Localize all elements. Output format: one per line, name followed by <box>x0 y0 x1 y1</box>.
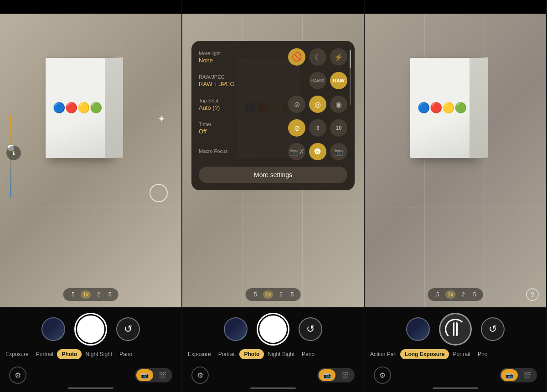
home-indicator-3 <box>433 387 478 389</box>
setting-icons-raw: RAW✗ RAW <box>309 72 347 89</box>
phone-panel-1: 🔵🔴🟡🟢 🌡 ✦ .5 1x 2 5 <box>0 0 182 392</box>
topshot-auto-btn[interactable]: ◎ <box>309 96 326 113</box>
product-box-side-3 <box>470 57 488 158</box>
mode-tab-exposure-1[interactable]: Exposure <box>2 349 32 359</box>
focus-circle-1 <box>150 184 168 202</box>
video-mode-btn-2[interactable]: 🎬 <box>336 369 353 381</box>
settings-icon-3[interactable]: ⚙ <box>374 367 391 384</box>
camera-buttons-row-2: ↺ <box>182 313 364 346</box>
setting-row-light: More light None 🚫 ☾ ⚡ <box>199 48 347 66</box>
mode-tab-longexposure-3[interactable]: Long Exposure <box>400 349 449 359</box>
mode-tab-actionpan-3[interactable]: Action Pan <box>366 349 400 359</box>
setting-icons-light: 🚫 ☾ ⚡ <box>288 48 347 66</box>
camera-viewfinder-2: 🔵🔴🟡🟢 More light None 🚫 ☾ ⚡ <box>182 14 364 307</box>
macro-on-btn[interactable]: 📷 <box>330 143 347 160</box>
flip-camera-button-1[interactable]: ↺ <box>116 317 140 341</box>
setting-value-raw: RAW + JPEG <box>199 81 235 87</box>
settings-icon-1[interactable]: ⚙ <box>9 367 26 384</box>
setting-row-topshot: Top Shot Auto (?) ⊘ ◎ ◉ <box>199 96 347 113</box>
zoom-bar-2: .5 1x 2 5 <box>246 288 301 301</box>
setting-label-text-light: More light <box>199 51 221 56</box>
mode-tab-photo-2[interactable]: Photo <box>239 349 264 359</box>
popup-scrollbar <box>350 50 351 105</box>
popup-scrollbar-thumb <box>350 50 351 68</box>
timer-3s-btn[interactable]: 3 <box>309 119 326 137</box>
setting-value-timer: Off <box>199 128 212 135</box>
setting-value-light: None <box>199 57 221 64</box>
zoom-1x-1[interactable]: 1x <box>81 290 91 299</box>
zoom-05-2[interactable]: .5 <box>250 290 259 299</box>
camera-viewfinder-3: 🔵🔴🟡🟢 ? .5 1x 2 5 <box>365 14 546 307</box>
home-indicator-1 <box>68 387 114 389</box>
setting-icons-timer: ⊘ 3 10 <box>288 119 347 137</box>
mode-tab-portrait-2[interactable]: Portrait <box>215 349 240 359</box>
raw-on-btn[interactable]: RAW <box>330 72 347 89</box>
brightness-icon-1[interactable]: ✦ <box>153 111 170 127</box>
thumbnail-preview-2[interactable] <box>224 317 248 341</box>
flip-camera-button-2[interactable]: ↺ <box>299 317 322 341</box>
zoom-05-3[interactable]: .5 <box>433 290 442 299</box>
photo-mode-btn-2[interactable]: 📷 <box>319 369 335 381</box>
mode-tab-portrait-3[interactable]: Portrait <box>449 349 474 359</box>
setting-row-raw: RAW/JPEG RAW + JPEG RAW✗ RAW <box>199 72 347 89</box>
thumbnail-preview-3[interactable] <box>406 317 430 341</box>
topshot-manual-btn[interactable]: ◉ <box>330 96 347 113</box>
zoom-2-2[interactable]: 2 <box>277 290 285 299</box>
setting-icons-macro: 📷✗ 🅐 📷 <box>288 143 347 160</box>
setting-row-macro: Macro Focus 📷✗ 🅐 📷 <box>199 143 347 160</box>
settings-row-3: ⚙ 📷 🎬 <box>365 364 546 387</box>
mode-tab-exposure-2[interactable]: Exposure <box>184 349 215 359</box>
mode-tab-nightsight-1[interactable]: Night Sight <box>82 349 116 359</box>
zoom-1x-3[interactable]: 1x <box>445 290 456 299</box>
camera-viewfinder-1: 🔵🔴🟡🟢 🌡 ✦ .5 1x 2 5 <box>0 14 181 307</box>
photo-mode-btn-3[interactable]: 📷 <box>501 369 518 381</box>
home-indicator-2 <box>250 387 296 389</box>
zoom-2-1[interactable]: 2 <box>95 290 103 299</box>
media-toggle-1: 📷 🎬 <box>135 368 172 382</box>
video-mode-btn-1[interactable]: 🎬 <box>154 369 171 381</box>
topshot-off-btn[interactable]: ⊘ <box>288 96 305 113</box>
light-moon-btn[interactable]: ☾ <box>309 48 326 66</box>
flip-camera-button-3[interactable]: ↺ <box>481 317 505 341</box>
zoom-05-1[interactable]: .5 <box>68 290 77 299</box>
mode-tabs-1: Exposure Portrait Photo Night Sight Pano <box>0 349 181 359</box>
zoom-5-2[interactable]: 5 <box>289 290 296 299</box>
setting-label-timer: Timer Off <box>199 122 212 135</box>
macro-off-btn[interactable]: 📷✗ <box>288 143 305 160</box>
shutter-button-1[interactable] <box>74 313 107 346</box>
phone-panel-3: 🔵🔴🟡🟢 ? .5 1x 2 5 ↺ <box>365 0 547 392</box>
shutter-button-2[interactable] <box>257 313 289 346</box>
setting-label-macro: Macro Focus <box>199 148 228 155</box>
setting-label-text-topshot: Top Shot <box>199 98 220 103</box>
more-settings-button[interactable]: More settings <box>199 167 347 183</box>
mode-tab-pano-2[interactable]: Pano <box>298 349 318 359</box>
zoom-bar-3: .5 1x 2 5 <box>428 288 483 301</box>
light-none-btn[interactable]: 🚫 <box>288 48 305 66</box>
light-flash-btn[interactable]: ⚡ <box>330 48 347 66</box>
mode-tab-photo-3[interactable]: Pho <box>474 349 491 359</box>
settings-icon-2[interactable]: ⚙ <box>191 367 209 384</box>
zoom-2-3[interactable]: 2 <box>459 290 467 299</box>
thumbnail-preview-1[interactable] <box>41 317 65 341</box>
zoom-1x-2[interactable]: 1x <box>263 290 274 299</box>
media-toggle-3: 📷 🎬 <box>500 368 537 382</box>
mode-tab-nightsight-2[interactable]: Night Sight <box>264 349 298 359</box>
mode-tab-photo-1[interactable]: Photo <box>57 349 82 359</box>
mode-tab-pano-1[interactable]: Pano <box>116 349 136 359</box>
timer-off-btn[interactable]: ⊘ <box>288 119 305 137</box>
timer-10s-btn[interactable]: 10 <box>330 119 347 137</box>
shutter-button-3[interactable] <box>439 313 472 346</box>
setting-label-text-timer: Timer <box>199 122 212 127</box>
temp-indicator-1[interactable]: 🌡 <box>6 146 21 160</box>
zoom-5-3[interactable]: 5 <box>471 290 479 299</box>
macro-auto-btn[interactable]: 🅐 <box>309 143 326 160</box>
mode-tab-portrait-1[interactable]: Portrait <box>32 349 57 359</box>
shutter-inner-2 <box>259 316 287 343</box>
zoom-5-1[interactable]: 5 <box>106 290 114 299</box>
photo-mode-btn-1[interactable]: 📷 <box>136 369 153 381</box>
raw-off-btn[interactable]: RAW✗ <box>309 72 326 89</box>
help-icon-3[interactable]: ? <box>526 288 539 301</box>
exposure-slider-1[interactable] <box>10 115 11 206</box>
camera-buttons-row-1: ↺ <box>0 313 181 346</box>
video-mode-btn-3[interactable]: 🎬 <box>519 369 536 381</box>
